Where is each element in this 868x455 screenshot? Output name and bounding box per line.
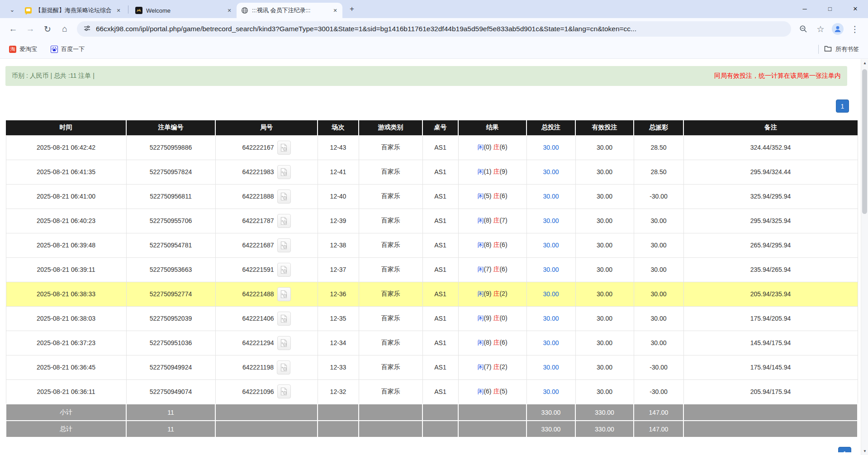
address-bar[interactable]: 66cxkj98.com/ipl/portal.php/game/betreco… xyxy=(77,21,791,37)
total-bet-link[interactable]: 30.00 xyxy=(543,217,559,224)
forward-icon[interactable]: → xyxy=(23,21,38,37)
result-player-label: 闲 xyxy=(477,192,484,199)
result-banker-label: 庄 xyxy=(493,290,499,297)
back-icon[interactable]: ← xyxy=(5,21,21,37)
bookmark-aitaobao[interactable]: 淘 爱淘宝 xyxy=(5,43,41,55)
game-no-text: 642221687 xyxy=(242,242,274,249)
browser-tab-bar: ⌄ 【新提醒】海燕策略论坛综合交 ✕ Welcome ✕ :::视讯 会员下注纪… xyxy=(0,0,868,18)
total-bet-link[interactable]: 30.00 xyxy=(543,364,559,371)
cell-time: 2025-08-21 06:38:03 xyxy=(6,306,126,331)
bookmark-baidu[interactable]: 百度一下 xyxy=(47,43,88,55)
tab-bet-records[interactable]: :::视讯 会员下注纪录::: ✕ xyxy=(237,3,342,18)
cell-bet-id: 522750955706 xyxy=(126,209,215,233)
zoom-icon[interactable] xyxy=(796,21,811,37)
profile-icon[interactable] xyxy=(830,21,845,37)
cell-payout: 30.00 xyxy=(634,233,683,257)
video-record-button[interactable] xyxy=(277,141,291,155)
result-banker-value: (7) xyxy=(499,217,507,224)
home-icon[interactable]: ⌂ xyxy=(57,21,72,37)
total-bet-link[interactable]: 30.00 xyxy=(543,168,559,175)
result-banker-label: 庄 xyxy=(493,192,499,199)
cell-valid-bet: 30.00 xyxy=(575,233,634,257)
all-bookmarks-button[interactable]: 所有书签 xyxy=(824,45,863,53)
menu-icon[interactable]: ⋮ xyxy=(847,21,863,37)
tab-title: :::视讯 会员下注纪录::: xyxy=(252,6,328,14)
cell-remark: 325.94/295.94 xyxy=(683,184,858,209)
video-record-button[interactable] xyxy=(277,263,291,277)
video-record-button[interactable] xyxy=(277,384,291,398)
cell-game-no: 642221787 xyxy=(215,209,318,233)
result-banker-value: (6) xyxy=(499,241,507,248)
cell-result: 闲(9) 庄(0) xyxy=(458,306,526,331)
cell-game-no: 642221591 xyxy=(215,257,318,282)
result-player-label: 闲 xyxy=(477,388,484,395)
total-bet-link[interactable]: 30.00 xyxy=(543,242,559,249)
cell-total-bet: 30.00 xyxy=(526,160,575,184)
total-bet-link[interactable]: 30.00 xyxy=(543,290,559,298)
cell-payout: 30.00 xyxy=(634,331,683,355)
video-record-button[interactable] xyxy=(277,360,290,374)
video-record-button[interactable] xyxy=(277,214,291,228)
video-record-button[interactable] xyxy=(277,287,291,301)
game-no-text: 642221787 xyxy=(242,217,274,224)
total-bet-link[interactable]: 30.00 xyxy=(543,315,559,322)
result-player-value: (8) xyxy=(484,241,491,248)
site-settings-icon[interactable] xyxy=(83,24,91,34)
header-session: 场次 xyxy=(318,120,359,135)
tab-forum[interactable]: 【新提醒】海燕策略论坛综合交 ✕ xyxy=(20,3,126,18)
page-scrollbar[interactable]: ▲ ▼ xyxy=(861,59,868,455)
cell-bet-id: 522750956811 xyxy=(126,184,215,209)
reload-icon[interactable]: ↻ xyxy=(40,21,55,37)
tab-welcome[interactable]: Welcome ✕ xyxy=(131,3,237,18)
cell-bet-id: 522750954781 xyxy=(126,233,215,257)
star-icon[interactable]: ☆ xyxy=(813,21,828,37)
video-record-button[interactable] xyxy=(277,238,291,252)
header-total-bet: 总投注 xyxy=(526,120,575,135)
total-bet-link[interactable]: 30.00 xyxy=(543,339,559,346)
header-table-no: 桌号 xyxy=(422,120,458,135)
minimize-icon[interactable]: ─ xyxy=(792,0,817,17)
cell-remark: 295.94/324.44 xyxy=(683,160,858,184)
close-icon[interactable]: ✕ xyxy=(115,7,122,14)
scrollbar-thumb[interactable] xyxy=(862,69,867,214)
close-icon[interactable]: ✕ xyxy=(332,7,339,14)
cell-bet-id: 522750949924 xyxy=(126,355,215,379)
cell-remark: 265.94/295.94 xyxy=(683,233,858,257)
tab-divider xyxy=(128,5,128,14)
video-record-button[interactable] xyxy=(277,336,291,350)
cell-bet-id: 522750952774 xyxy=(126,282,215,306)
bookmarks-bar: 淘 爱淘宝 百度一下 所有书签 xyxy=(0,40,868,59)
globe-icon xyxy=(241,7,248,14)
close-window-icon[interactable]: ✕ xyxy=(843,0,868,17)
cell-valid-bet: 30.00 xyxy=(575,209,634,233)
window-controls: ─ □ ✕ xyxy=(792,0,868,17)
tab-search-chevron-icon[interactable]: ⌄ xyxy=(5,3,19,16)
header-bet-id: 注单编号 xyxy=(126,120,215,135)
game-no-text: 642221294 xyxy=(242,339,274,346)
close-icon[interactable]: ✕ xyxy=(226,7,233,14)
pagination-page-1-bottom[interactable]: 1 xyxy=(838,447,851,452)
header-game-type: 游戏类别 xyxy=(359,120,422,135)
result-player-value: (8) xyxy=(484,339,491,346)
scroll-down-icon[interactable]: ▼ xyxy=(861,447,868,455)
scroll-up-icon[interactable]: ▲ xyxy=(861,59,868,67)
cell-session: 12-39 xyxy=(318,209,359,233)
video-record-button[interactable] xyxy=(277,190,291,204)
cell-total-bet: 30.00 xyxy=(526,184,575,209)
cell-total-bet: 30.00 xyxy=(526,135,575,160)
pagination-page-1-top[interactable]: 1 xyxy=(836,100,849,113)
result-banker-label: 庄 xyxy=(493,217,499,224)
video-record-button[interactable] xyxy=(277,312,291,326)
total-bet-link[interactable]: 30.00 xyxy=(543,193,559,200)
new-tab-button[interactable]: + xyxy=(346,3,358,15)
total-bet-link[interactable]: 30.00 xyxy=(543,388,559,395)
cell-session: 12-41 xyxy=(318,160,359,184)
cell-session: 12-34 xyxy=(318,331,359,355)
video-record-button[interactable] xyxy=(277,165,291,179)
total-bet-link[interactable]: 30.00 xyxy=(543,266,559,273)
total-valid-bet: 330.00 xyxy=(575,421,634,437)
maximize-icon[interactable]: □ xyxy=(817,0,843,17)
cell-game-no: 642221888 xyxy=(215,184,318,209)
cell-time: 2025-08-21 06:36:11 xyxy=(6,379,126,404)
total-bet-link[interactable]: 30.00 xyxy=(543,144,559,151)
